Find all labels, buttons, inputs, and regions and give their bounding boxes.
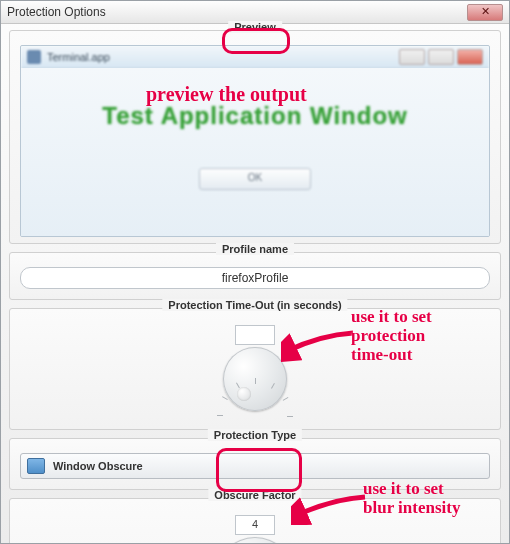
close-button[interactable]: ✕ xyxy=(467,4,503,21)
preview-app-icon xyxy=(27,50,41,64)
close-icon xyxy=(457,49,483,65)
protection-type-group: Protection Type Window Obscure xyxy=(9,438,501,490)
preview-thumbnail: Terminal.app Test Application Window OK xyxy=(20,45,490,237)
preview-mini-titlebar: Terminal.app xyxy=(21,46,489,69)
obscure-dial[interactable] xyxy=(216,537,294,544)
profile-name-legend: Profile name xyxy=(216,243,294,255)
timeout-readout[interactable] xyxy=(235,325,275,345)
preview-legend: Preview xyxy=(228,21,282,33)
preview-ok-button[interactable]: OK xyxy=(199,168,311,190)
obscure-factor-group: Obscure Factor 4 xyxy=(9,498,501,544)
protection-type-combo[interactable]: Window Obscure xyxy=(20,453,490,479)
profile-name-group: Profile name xyxy=(9,252,501,300)
protection-type-value: Window Obscure xyxy=(53,460,143,472)
obscure-readout[interactable]: 4 xyxy=(235,515,275,535)
window-body: Preview Terminal.app Test Application Wi… xyxy=(1,24,509,544)
timeout-dial[interactable] xyxy=(223,347,287,411)
minimize-icon xyxy=(399,49,425,65)
obscure-dial-wrap: 4 xyxy=(20,515,490,544)
preview-mini-title: Terminal.app xyxy=(47,51,110,63)
maximize-icon xyxy=(428,49,454,65)
timeout-group: Protection Time-Out (in seconds) xyxy=(9,308,501,430)
window-icon xyxy=(27,458,45,474)
obscure-factor-legend: Obscure Factor xyxy=(208,489,301,501)
timeout-legend: Protection Time-Out (in seconds) xyxy=(162,299,347,311)
window-title: Protection Options xyxy=(7,5,106,19)
protection-options-window: Protection Options ✕ Preview Terminal.ap… xyxy=(0,0,510,544)
preview-group: Preview Terminal.app Test Application Wi… xyxy=(9,30,501,244)
preview-mini-body: Test Application Window OK xyxy=(21,68,489,236)
profile-name-input[interactable] xyxy=(20,267,490,289)
timeout-dial-wrap xyxy=(20,325,490,415)
protection-type-legend: Protection Type xyxy=(208,429,302,441)
preview-app-text: Test Application Window xyxy=(102,102,407,130)
